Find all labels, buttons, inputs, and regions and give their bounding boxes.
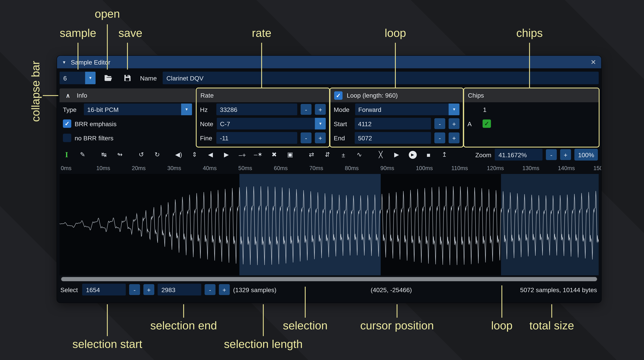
waveform-area[interactable] [60,174,599,276]
selection-end-increase-button[interactable]: + [219,284,230,295]
edit-mode-icon[interactable]: I [60,149,73,160]
screenshot-stage: ▼ Sample Editor ✕ 6 [0,0,644,360]
fine-row: Fine -11 - + [197,131,329,145]
selection-start-increase-button[interactable]: + [143,284,154,295]
resize-icon[interactable]: ↹ [98,149,110,160]
play-icon[interactable]: ▶ [406,149,419,160]
hz-increase-button[interactable]: + [315,104,326,115]
annotation-line-save [127,43,128,70]
fine-input[interactable]: -11 [216,132,297,144]
annotation-line-loop-bottom [502,286,502,318]
crossfade-icon[interactable]: ╳ [374,149,387,160]
annotation-line-loop [395,43,396,88]
info-header: Info [60,88,196,102]
upload-icon[interactable]: ↥ [438,149,451,160]
draw-icon[interactable]: ✎ [76,149,89,160]
rate-panel: Rate Hz 33286 - + Note C-7 Fine [197,88,329,147]
chevron-down-icon [315,118,326,130]
insert-silence-icon[interactable]: –+ [236,149,249,160]
amplify-icon[interactable]: ◀) [172,149,185,160]
loop-enabled-checkbox[interactable] [334,91,342,100]
hz-label: Hz [200,106,213,113]
annotation-selection-end: selection end [150,319,217,332]
annotation-chips: chips [516,27,543,40]
note-row: Note C-7 [197,116,329,131]
toolbar: I✎↹↬↺↻◀)⇕◀▶–+–✶✖▣⇄⇵±∿╳▶▶■↥ Zoom 41.1672%… [57,147,601,162]
timeline-label: 50ms [238,165,274,171]
name-input[interactable]: Clarinet DQV [163,72,599,84]
loop-mode-combo[interactable]: Forward [355,104,460,115]
waveform-canvas[interactable] [60,174,599,276]
save-button[interactable] [121,72,134,84]
hz-decrease-button[interactable]: - [300,104,312,115]
loop-start-increase-button[interactable]: + [448,118,460,129]
hz-row: Hz 33286 - + [197,102,329,116]
filter-icon[interactable]: ∿ [353,149,366,160]
zoom-input[interactable]: 41.1672% [495,149,542,160]
fade-in-icon[interactable]: ◀ [204,149,217,160]
undo-icon[interactable]: ↺ [135,149,148,160]
resample-icon[interactable]: ↬ [114,149,126,160]
zoom-reset-button[interactable]: 100% [574,149,598,160]
selection-end-decrease-button[interactable]: - [204,284,216,295]
invert-icon[interactable]: ⇵ [321,149,334,160]
no-brr-filters-checkbox[interactable] [63,134,71,142]
timeline-label: 70ms [310,165,345,171]
delete-icon[interactable]: ✖ [268,149,280,160]
sample-editor-window: ▼ Sample Editor ✕ 6 [57,56,601,302]
fine-increase-button[interactable]: + [315,132,326,144]
type-combo[interactable]: 16-bit PCM [84,104,192,115]
selection-end-input[interactable]: 2983 [158,284,201,296]
stop-icon[interactable]: ■ [422,149,435,160]
no-brr-filters-row: no BRR filters [60,131,196,145]
brr-emphasis-label: BRR emphasis [74,120,116,127]
type-value: 16-bit PCM [84,104,181,115]
loop-start-row: Start 4112 - + [330,116,463,131]
annotation-sample: sample [60,27,96,40]
note-combo[interactable]: C-7 [217,118,326,130]
annotation-line-open [107,24,108,70]
timeline-ruler[interactable]: 0ms10ms20ms30ms40ms50ms60ms70ms80ms90ms1… [57,162,601,174]
reverse-icon[interactable]: ⇄ [305,149,318,160]
zoom-controls: Zoom 41.1672% - + 100% [475,149,598,160]
fine-decrease-button[interactable]: - [300,132,312,144]
scrollbar-thumb[interactable] [61,277,597,281]
rate-header: Rate [197,88,329,102]
timeline-label: 0ms [61,165,96,171]
loop-end-increase-button[interactable]: + [448,132,460,144]
loop-start-decrease-button[interactable]: - [434,118,445,129]
apply-silence-icon[interactable]: –✶ [252,149,264,160]
selection-start-input[interactable]: 1654 [82,284,126,296]
close-icon[interactable]: ✕ [590,58,596,66]
loop-end-decrease-button[interactable]: - [434,132,445,144]
annotation-line-selection [305,286,306,318]
timeline-label: 140ms [558,165,594,171]
hz-input[interactable]: 33286 [216,104,297,115]
zoom-label: Zoom [475,151,491,158]
annotation-loop-bottom: loop [491,319,512,332]
chevron-down-icon [181,104,192,115]
annotation-line-selection-end [183,304,184,318]
annotation-line-sample [78,43,78,70]
annotation-selection-length: selection length [224,338,303,351]
open-button[interactable] [102,72,115,84]
chip-a-checkbox[interactable] [482,120,491,128]
preview-icon[interactable]: ▶ [390,149,403,160]
trim-icon[interactable]: ▣ [284,149,296,160]
loop-start-input[interactable]: 4112 [355,118,431,130]
redo-icon[interactable]: ↻ [151,149,164,160]
chips-header-label: Chips [468,92,484,99]
selection-start-decrease-button[interactable]: - [129,284,140,295]
chips-header: Chips [464,88,599,102]
zoom-out-button[interactable]: - [546,149,557,160]
normalize-icon[interactable]: ⇕ [188,149,201,160]
sign-icon[interactable]: ± [337,149,350,160]
no-brr-filters-label: no BRR filters [74,134,113,141]
loop-end-input[interactable]: 5072 [355,132,431,144]
zoom-in-button[interactable]: + [560,149,571,160]
folder-open-icon [104,74,112,82]
info-panel: Info Type 16-bit PCM BRR emphasis no BRR… [60,88,196,147]
timeline-label: 60ms [274,165,310,171]
annotation-line-rate [261,43,262,88]
fade-out-icon[interactable]: ▶ [220,149,233,160]
